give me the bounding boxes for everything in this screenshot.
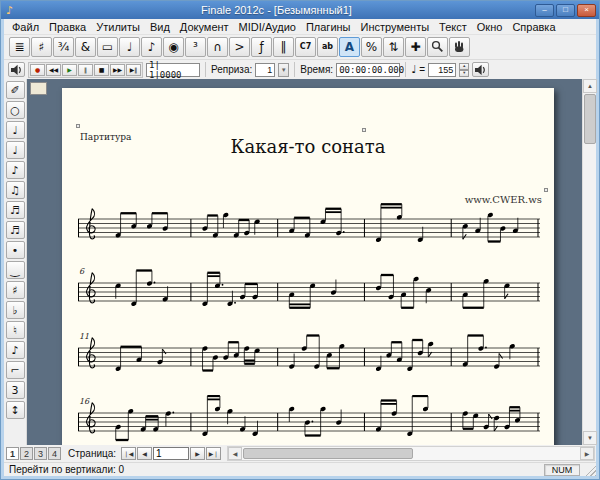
page-number-input[interactable]	[153, 447, 189, 460]
natural-button[interactable]: ♮	[6, 321, 25, 339]
quarter-note-button[interactable]: ♩	[6, 141, 25, 159]
simple-entry-button[interactable]: ♩	[119, 37, 140, 57]
scroll-left-icon[interactable]: ◀	[228, 447, 242, 460]
spin-up-icon[interactable]: ▲	[459, 63, 469, 70]
selection-handle[interactable]	[362, 128, 366, 132]
record-button[interactable]: ●	[30, 64, 45, 76]
menu-item-7[interactable]: Плагины	[301, 21, 356, 33]
page-tab-1[interactable]: 1	[6, 447, 19, 460]
next-page-button[interactable]: ▶	[190, 447, 205, 460]
time-signature-button[interactable]: ¾	[53, 37, 74, 57]
sixtyfourth-note-button[interactable]: ♬	[6, 221, 25, 239]
reprise-dropdown-arrow[interactable]: ▼	[278, 63, 289, 77]
vertical-scroll-thumb[interactable]	[584, 94, 596, 144]
horizontal-scrollbar[interactable]: ◀ ▶	[227, 446, 595, 461]
music-system-2[interactable]: 6	[78, 265, 540, 325]
measure-button[interactable]: ▭	[97, 37, 118, 57]
scroll-up-icon[interactable]: ▲	[583, 79, 597, 93]
menu-item-6[interactable]: MIDI/Аудио	[234, 21, 301, 33]
resize-button[interactable]: %	[361, 37, 382, 57]
key-signature-button[interactable]: ♯	[31, 37, 52, 57]
page-tab-4[interactable]: 4	[48, 447, 61, 460]
last-page-button[interactable]: ▶❘	[206, 447, 221, 460]
menu-item-1[interactable]: Файл	[7, 21, 44, 33]
reprise-value[interactable]: 1	[255, 63, 275, 77]
tempo-note-icon[interactable]: ♩	[411, 64, 416, 75]
score-title[interactable]: Какая-то соната	[62, 136, 554, 157]
staff-tool-button[interactable]: ≣	[9, 37, 30, 57]
spin-down-icon[interactable]: ▼	[459, 70, 469, 77]
menu-item-2[interactable]: Правка	[44, 21, 91, 33]
playback-settings-button[interactable]	[8, 62, 25, 77]
selection-handle[interactable]	[544, 188, 548, 192]
play-button[interactable]: ▶	[62, 64, 77, 76]
menu-item-4[interactable]: Вид	[145, 21, 175, 33]
scroll-down-icon[interactable]: ▼	[583, 431, 597, 445]
menu-item-11[interactable]: Справка	[507, 21, 560, 33]
repeat-button[interactable]: ‖	[273, 37, 294, 57]
music-system-3[interactable]: 11	[78, 330, 540, 390]
smart-shape-button[interactable]: ∩	[207, 37, 228, 57]
speaker-button[interactable]	[472, 62, 489, 77]
expand-button[interactable]: ↕	[6, 401, 25, 419]
mass-edit-button[interactable]: ✚	[405, 37, 426, 57]
text-button[interactable]: A	[339, 37, 360, 57]
tempo-spinner[interactable]: ▲▼	[459, 63, 469, 77]
music-system-4[interactable]: 16	[78, 395, 540, 445]
playback-counter[interactable]: 1| 1|0000	[146, 63, 200, 77]
clef-button[interactable]: &	[75, 37, 96, 57]
maximize-button[interactable]: □	[556, 4, 575, 17]
first-page-button[interactable]: ❘◀	[121, 447, 136, 460]
menu-item-9[interactable]: Текст	[434, 21, 472, 33]
menu-item-10[interactable]: Окно	[472, 21, 508, 33]
resize-grip[interactable]	[583, 463, 596, 476]
hyperscribe-button[interactable]: ◉	[163, 37, 184, 57]
tuplet-entry-button[interactable]: 3	[6, 381, 25, 399]
vertical-scrollbar[interactable]: ▲ ▼	[582, 79, 596, 445]
music-notation-svg	[78, 265, 540, 325]
close-button[interactable]: ×	[577, 4, 596, 17]
document-view[interactable]: Партитура Какая-то соната www.CWER.ws 61…	[27, 79, 582, 445]
tuplet-button[interactable]: ³	[185, 37, 206, 57]
scroll-right-icon[interactable]: ▶	[580, 447, 594, 460]
tie-button[interactable]: ‿	[6, 261, 25, 279]
rewind-button[interactable]: ◀◀	[46, 64, 61, 76]
selection-handle[interactable]	[76, 124, 80, 128]
music-system-1[interactable]	[78, 201, 540, 261]
page-layout-button[interactable]: ⇅	[383, 37, 404, 57]
forward-button[interactable]: ▶▶	[110, 64, 125, 76]
sixteenth-note-button[interactable]: ♫	[6, 181, 25, 199]
pause-button[interactable]: ‖	[78, 64, 93, 76]
speedy-entry-button[interactable]: ♪	[141, 37, 162, 57]
sixtyfourth-note-button-glyph: ♬	[10, 225, 20, 236]
score-page[interactable]: Партитура Какая-то соната www.CWER.ws 61…	[62, 88, 554, 445]
augmentation-dot-button[interactable]: •	[6, 241, 25, 259]
eraser-tool-button[interactable]: ✐	[6, 81, 25, 99]
eighth-note-button[interactable]: ♪	[6, 161, 25, 179]
horizontal-scroll-thumb[interactable]	[243, 448, 413, 459]
menu-item-8[interactable]: Инструменты	[356, 21, 435, 33]
expression-button[interactable]: ƒ	[251, 37, 272, 57]
sharp-button[interactable]: ♯	[6, 281, 25, 299]
whole-note-button[interactable]: ○	[6, 101, 25, 119]
stop-button[interactable]: ■	[94, 64, 109, 76]
next-button[interactable]: ▶‖	[126, 64, 141, 76]
articulation-button[interactable]: >	[229, 37, 250, 57]
half-note-button[interactable]: ♩	[6, 121, 25, 139]
rest-button[interactable]: ⌐	[6, 361, 25, 379]
prev-page-button[interactable]: ◀	[137, 447, 152, 460]
thirtysecond-note-button[interactable]: ♬	[6, 201, 25, 219]
page-tab-3[interactable]: 3	[34, 447, 47, 460]
menu-item-3[interactable]: Утилиты	[91, 21, 145, 33]
grace-note-button[interactable]: ♪	[6, 341, 25, 359]
flat-button[interactable]: ♭	[6, 301, 25, 319]
layout-handle[interactable]	[30, 82, 47, 95]
minimize-button[interactable]: –	[535, 4, 554, 17]
hand-grabber-button[interactable]	[449, 37, 470, 57]
lyrics-button[interactable]: ab	[317, 37, 338, 57]
chord-button[interactable]: C7	[295, 37, 316, 57]
page-tab-2[interactable]: 2	[20, 447, 33, 460]
menu-item-5[interactable]: Документ	[175, 21, 234, 33]
tempo-value[interactable]: 155	[428, 63, 456, 77]
zoom-button[interactable]	[427, 37, 448, 57]
